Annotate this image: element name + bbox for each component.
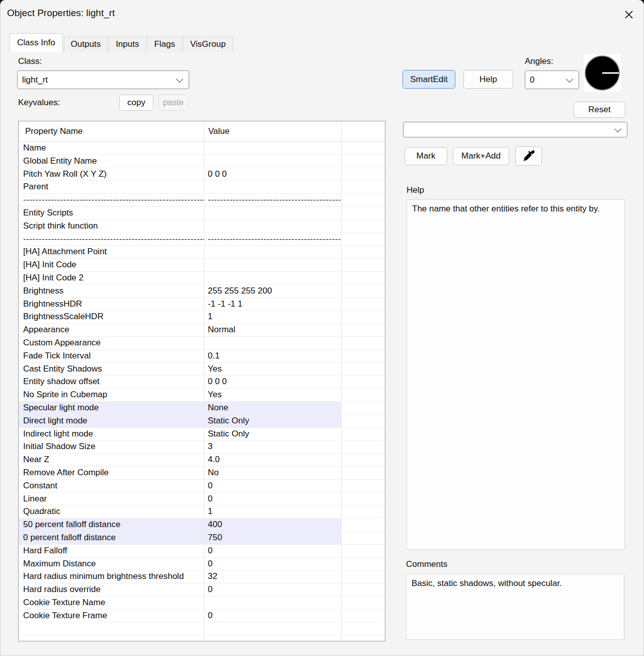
property-value-cell [205,220,342,233]
table-row[interactable]: Initial Shadow Size3 [19,441,385,454]
table-row[interactable]: No Sprite in CubemapYes [19,389,385,402]
paste-button[interactable]: paste [158,95,188,111]
property-value-cell: 750 [205,532,342,544]
property-value-cell [205,207,342,220]
table-row[interactable]: Global Entity Name [19,155,385,168]
tab-class-info[interactable]: Class Info [10,33,63,52]
comments-text-box[interactable]: Basic, static shadows, without specular. [406,574,624,640]
property-name-cell: Name [19,142,205,155]
copy-button[interactable]: copy [119,95,153,111]
property-extra-cell [342,584,385,596]
angle-dial-needle [602,72,619,74]
property-value-cell: 0 [205,493,342,505]
tab-inputs[interactable]: Inputs [109,36,146,52]
close-button[interactable] [620,6,637,23]
table-row[interactable]: Parent [19,181,385,194]
table-row[interactable]: Hard Falloff0 [19,545,385,558]
table-row[interactable]: Cookie Texture Name [19,597,385,610]
property-value-cell: No [205,467,342,479]
property-name-cell: Custom Appearance [19,337,205,349]
reset-button[interactable]: Reset [574,102,625,118]
eyedropper-button[interactable] [515,147,542,166]
property-value-cell: None [205,402,342,414]
keyvalue-filter-combobox[interactable] [403,122,627,137]
property-extra-cell [342,441,385,453]
angle-dial[interactable] [584,54,621,92]
class-combobox[interactable]: light_rt [17,70,189,89]
help-text: The name that other entities refer to th… [407,200,624,218]
angles-combobox[interactable]: 0 [525,70,579,89]
table-row[interactable]: Name [19,142,385,155]
table-row[interactable]: Fade Tick Interval0.1 [19,350,385,363]
table-row[interactable]: Remove After CompileNo [19,467,385,480]
property-value-cell: 0 [205,545,342,557]
table-row[interactable]: Specular light modeNone [19,402,385,415]
table-row[interactable]: [HA] Init Code [19,259,385,272]
table-row[interactable]: Direct light modeStatic Only [19,415,385,428]
table-row[interactable]: Maximum Distance0 [19,558,385,571]
property-name-cell: BrightnessHDR [19,298,205,311]
table-row[interactable]: Cookie Texture Frame0 [19,610,385,623]
table-row[interactable]: Constant0 [19,480,385,493]
property-name-cell: [HA] Init Code [19,259,205,271]
property-value-cell: 3 [205,441,342,453]
property-extra-cell [342,194,385,206]
table-row[interactable]: Indirect light modeStatic Only [19,428,385,441]
table-row[interactable]: AppearanceNormal [19,324,385,337]
table-row[interactable]: Near Z4.0 [19,454,385,467]
property-value-cell [205,181,342,193]
table-row[interactable]: Hard radius minimum brightness threshold… [19,570,385,584]
table-row[interactable]: BrightnessHDR-1 -1 -1 1 [19,298,385,311]
table-row[interactable]: Pitch Yaw Roll (X Y Z)0 0 0 [19,168,385,181]
table-row[interactable]: [HA] Init Code 2 [19,272,385,285]
table-row[interactable]: Script think function [19,220,385,233]
property-name-cell: Near Z [19,454,205,466]
table-row[interactable]: Brightness255 255 255 200 [19,285,385,298]
property-extra-cell [342,350,385,362]
smartedit-button[interactable]: SmartEdit [403,70,455,89]
comments-group-label: Comments [406,559,447,569]
mark-button[interactable]: Mark [405,147,447,165]
property-value-cell [205,337,342,349]
table-row[interactable]: BrightnessScaleHDR1 [19,311,385,324]
separator-row[interactable]: ----------------------------------------… [19,233,385,246]
angle-dial-face [585,55,620,91]
property-name-cell: Entity Scripts [19,207,205,220]
close-icon [624,10,634,20]
property-name-cell: Script think function [19,220,205,233]
chevron-down-icon [566,75,573,82]
table-row[interactable]: Entity Scripts [19,207,385,220]
table-row[interactable]: Custom Appearance [19,337,385,350]
tab-flags[interactable]: Flags [147,36,182,52]
property-extra-cell [342,246,385,258]
angles-label: Angles: [525,56,553,66]
table-row[interactable]: 0 percent falloff distance750 [19,532,385,545]
table-row[interactable] [19,622,385,635]
help-button[interactable]: Help [463,70,513,89]
table-row[interactable]: 50 percent falloff distance400 [19,519,385,532]
property-name-cell: BrightnessScaleHDR [19,311,205,323]
mark-add-button[interactable]: Mark+Add [453,147,509,165]
tab-outputs[interactable]: Outputs [64,36,108,52]
table-row[interactable]: Linear0 [19,493,385,506]
help-text-box: The name that other entities refer to th… [407,199,625,550]
property-name-cell: Hard radius override [19,584,205,596]
tab-visgroup[interactable]: VisGroup [183,36,233,52]
property-extra-cell [342,454,385,466]
property-value-cell: 0 [205,584,342,596]
table-row[interactable]: Quadratic1 [19,505,385,519]
help-group-label: Help [407,185,424,195]
table-row[interactable]: Cast Entity ShadowsYes [19,363,385,376]
separator-row[interactable]: ----------------------------------------… [19,194,385,207]
table-row[interactable]: [HA] Attachment Point [19,246,385,259]
property-extra-cell [342,155,385,168]
table-row[interactable]: Hard radius override0 [19,584,385,597]
property-name-cell: 50 percent falloff distance [19,519,205,531]
property-extra-cell [342,505,385,518]
property-extra-cell [342,415,385,427]
table-row[interactable] [19,635,385,641]
property-name-cell: Cookie Texture Name [19,597,205,609]
property-value-cell: 0 [205,558,342,570]
property-value-cell: ----------------------------------------… [205,194,342,206]
table-row[interactable]: Entity shadow offset0 0 0 [19,376,385,389]
